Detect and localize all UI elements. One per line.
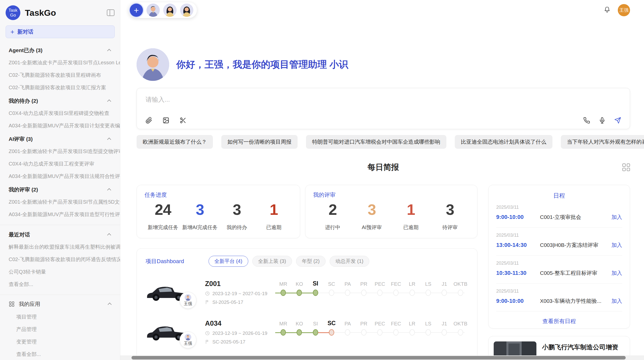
milestone-label: J1 bbox=[442, 318, 447, 327]
sidebar-section-recent-chats[interactable]: 最近对话 bbox=[0, 228, 120, 241]
join-meeting-link[interactable]: 加入 bbox=[611, 269, 622, 277]
owner-name: 王强 bbox=[184, 341, 192, 346]
daily-briefing-header: 每日简报 bbox=[137, 162, 630, 174]
sidebar-item[interactable]: A034-全新新能源MUV产品开发项目计划变更表编写 bbox=[0, 119, 120, 132]
sidebar-section-ai-review[interactable]: AI评审 (3) bbox=[0, 132, 120, 145]
tab-new-upfit[interactable]: 全新上装 (3) bbox=[252, 256, 292, 267]
schedule-event: 2025/03/11 9:00-10:00 C001-立项审批会 加入 bbox=[496, 200, 622, 228]
milestone-dot bbox=[409, 290, 415, 296]
milestone-label: FEC bbox=[391, 318, 401, 327]
milestone-dot bbox=[393, 290, 399, 296]
owner-avatar bbox=[185, 334, 191, 340]
scissors-icon bbox=[180, 117, 186, 124]
project-row-a034[interactable]: 王强 A034 2023-12-19 ~ 2026-01-19 bbox=[145, 318, 469, 346]
sidebar-item[interactable]: Z001-全新燃油皮卡产品开发项目SI节点Lesson Learn报告 bbox=[0, 56, 120, 69]
sidebar-item[interactable]: A034-全新新能源MUV产品开发项目造型可行性评审 bbox=[0, 208, 120, 221]
milestone-dot bbox=[361, 329, 367, 336]
microphone-button[interactable] bbox=[599, 117, 606, 124]
owner-name: 王强 bbox=[184, 301, 192, 307]
suggestion-chip[interactable]: 特朗普可能对进口汽车增税会对中国车企造成哪些影响 bbox=[306, 135, 446, 149]
insert-image-button[interactable] bbox=[163, 117, 169, 124]
chevron-up-icon bbox=[107, 233, 111, 237]
sidebar-section-agent-done[interactable]: Agent已办 (3) bbox=[0, 43, 120, 56]
join-meeting-link[interactable]: 加入 bbox=[611, 242, 622, 249]
join-meeting-link[interactable]: 加入 bbox=[611, 297, 622, 305]
sidebar-section-my-todo[interactable]: 我的待办 (2) bbox=[0, 94, 120, 107]
tab-new-platform[interactable]: 全新平台 (4) bbox=[209, 256, 248, 267]
milestone-label: SI bbox=[313, 318, 318, 327]
conversation-avatar[interactable] bbox=[180, 4, 193, 17]
divider bbox=[0, 225, 120, 225]
tab-model-year[interactable]: 年型 (2) bbox=[296, 256, 326, 267]
sidebar-collapse-icon[interactable] bbox=[107, 9, 114, 16]
project-row-z001[interactable]: 王强 Z001 2023-12-19 ~ 2027-01-19 bbox=[145, 278, 469, 306]
conversation-avatar[interactable] bbox=[163, 4, 177, 17]
sidebar-item[interactable]: C0X4-动力总成开发项目工程变更评审 bbox=[0, 158, 120, 170]
sidebar-item-change-mgmt[interactable]: 变更管理 bbox=[0, 336, 120, 348]
sidebar-item-label: 我的应用 bbox=[19, 301, 105, 308]
milestone-label: PA bbox=[344, 278, 351, 287]
sidebar-item-project-mgmt[interactable]: 项目管理 bbox=[0, 311, 120, 323]
milestone-dot bbox=[313, 329, 318, 336]
join-meeting-link[interactable]: 加入 bbox=[611, 214, 622, 221]
chat-input-box[interactable]: 请输入... bbox=[137, 88, 630, 129]
attach-file-button[interactable] bbox=[145, 117, 152, 124]
daily-briefing-title: 每日简报 bbox=[137, 162, 630, 173]
sidebar-item[interactable]: C0X4-动力总成开发项目SI里程碑提交物检查 bbox=[0, 107, 120, 119]
milestone-dot bbox=[281, 329, 286, 336]
horizontal-scrollbar-track[interactable] bbox=[120, 355, 644, 360]
schedule-card: 日程 2025/03/11 9:00-10:00 C001-立项审批会 加入 2… bbox=[488, 185, 630, 328]
tab-powertrain[interactable]: 动总开发 (1) bbox=[330, 256, 369, 267]
flag-icon bbox=[205, 339, 210, 344]
sidebar-item[interactable]: 公司Q3轻卡销量 bbox=[0, 266, 120, 278]
milestone-label: SC bbox=[328, 318, 336, 327]
image-icon bbox=[163, 117, 169, 124]
send-button[interactable] bbox=[614, 117, 621, 124]
sidebar-item-my-apps[interactable]: 我的应用 bbox=[0, 297, 120, 311]
screenshot-button[interactable] bbox=[180, 117, 186, 124]
stat-label: 已逾期 bbox=[255, 224, 292, 231]
voice-call-button[interactable] bbox=[583, 117, 590, 124]
greeting-block: 你好，王强，我是你的项目管理助理 小识 bbox=[137, 48, 630, 81]
sidebar-item[interactable]: Z001-全新燃油轻卡产品开发项目SI节点属性5D文件评审 bbox=[0, 196, 120, 208]
assistant-avatar bbox=[137, 48, 169, 81]
sidebar-item[interactable]: Z001-全新燃油轻卡产品开发项目SI造型提交物评审 bbox=[0, 145, 120, 158]
project-info: A034 2023-12-19 ~ 2026-01-19 SC-2025-05-… bbox=[201, 320, 275, 345]
event-date: 2025/03/11 bbox=[496, 205, 622, 210]
flag-icon bbox=[205, 300, 210, 305]
stat-label: 待评审 bbox=[430, 224, 470, 231]
milestone-dot bbox=[281, 290, 286, 296]
new-chat-button[interactable]: + 新对话 bbox=[6, 25, 115, 38]
conversation-avatar[interactable] bbox=[147, 4, 160, 17]
user-avatar[interactable]: 王强 bbox=[618, 4, 630, 16]
event-title: C005-整车工程目标评审 bbox=[540, 269, 611, 277]
suggestion-chip[interactable]: 如何写一份清晰的项目周报 bbox=[221, 135, 298, 149]
milestone-dot bbox=[313, 290, 318, 296]
add-conversation-button[interactable]: + bbox=[130, 4, 143, 17]
milestone-label: SC bbox=[328, 278, 335, 287]
stat-value: 24 bbox=[144, 201, 181, 218]
sidebar-view-all-apps[interactable]: 查看全部... bbox=[0, 348, 120, 360]
horizontal-scrollbar-thumb[interactable] bbox=[131, 356, 626, 359]
project-image: 王强 bbox=[145, 279, 201, 306]
suggestion-chip[interactable]: 当下年轻人对汽车外观有怎样的喜好趋势 bbox=[561, 135, 644, 149]
milestone-label: PA bbox=[344, 318, 351, 327]
layout-grid-icon[interactable] bbox=[622, 163, 630, 171]
sidebar-view-all-chats[interactable]: 查看全部... bbox=[0, 278, 120, 291]
sidebar-item[interactable]: C02-飞腾新能源轻客改款项目里程碑画布 bbox=[0, 69, 120, 81]
notifications-bell-icon[interactable] bbox=[604, 6, 611, 14]
phone-icon bbox=[583, 117, 590, 124]
clock-icon bbox=[205, 291, 210, 296]
suggestion-chip[interactable]: 欧洲新规最近颁布了什么？ bbox=[137, 135, 213, 149]
suggestion-chip[interactable]: 比亚迪全固态电池计划具体说了什么 bbox=[455, 135, 552, 149]
view-all-schedule-link[interactable]: 查看所有日程 bbox=[496, 318, 622, 325]
briefing-left-column: 任务进度 24 新增完成任务 3 新增AI完成任务 bbox=[137, 185, 477, 360]
sidebar-item[interactable]: C02-飞腾新能源轻客改款项目的闭环通告反馈情况 bbox=[0, 253, 120, 266]
sidebar-item-product-mgmt[interactable]: 产品管理 bbox=[0, 323, 120, 336]
sidebar-section-my-review[interactable]: 我的评审 (2) bbox=[0, 183, 120, 196]
sidebar-item[interactable]: 解释最新出台的欧盟报废车法规再生塑料比例被调至15%... bbox=[0, 241, 120, 253]
stat: 3 我的待办 bbox=[218, 201, 255, 231]
sidebar-item[interactable]: C02-飞腾新能源轻客改款项目立项汇报方案 bbox=[0, 81, 120, 94]
sidebar-item[interactable]: A034-全新新能源MUV产品开发项目法规符合性评审 bbox=[0, 170, 120, 183]
chevron-up-icon bbox=[107, 99, 111, 103]
